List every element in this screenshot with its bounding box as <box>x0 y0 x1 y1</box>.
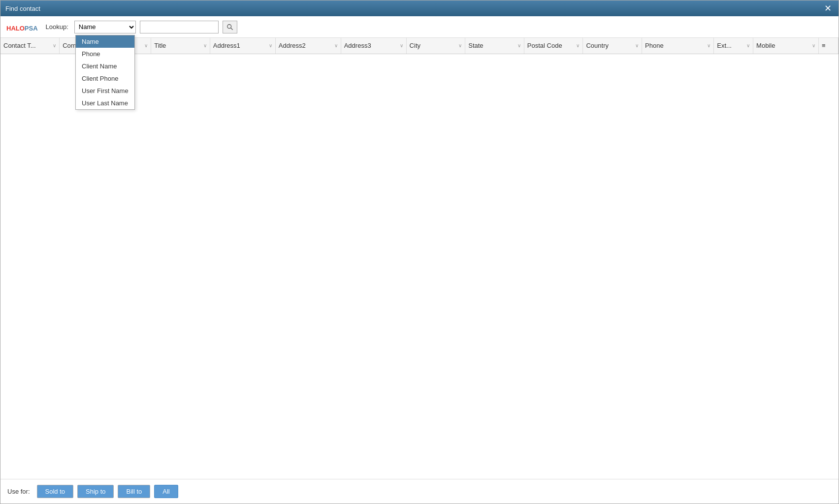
lookup-label: Lookup: <box>46 23 68 31</box>
toolbar: HALOPSA Lookup: Name Phone Client Name C… <box>0 16 839 38</box>
ship-to-button[interactable]: Ship to <box>77 485 114 498</box>
window-title: Find contact <box>5 5 40 12</box>
col-header-address3[interactable]: Address3 ∨ <box>341 38 406 54</box>
search-button[interactable] <box>223 21 237 33</box>
col-header-phone[interactable]: Phone ∨ <box>642 38 714 54</box>
col-header-address2[interactable]: Address2 ∨ <box>275 38 341 54</box>
dropdown-item-user-last-name[interactable]: User Last Name <box>76 97 134 109</box>
col-header-mobile[interactable]: Mobile ∨ <box>753 38 819 54</box>
col-header-contact-type[interactable]: Contact T... ∨ <box>0 38 60 54</box>
dropdown-item-phone[interactable]: Phone <box>76 48 134 60</box>
find-contact-window: Find contact ✕ HALOPSA Lookup: Name Phon… <box>0 0 839 504</box>
bottom-bar: Use for: Sold to Ship to Bill to All <box>0 479 839 504</box>
col-header-city[interactable]: City ∨ <box>406 38 465 54</box>
col-header-state[interactable]: State ∨ <box>465 38 524 54</box>
col-header-title[interactable]: Title ∨ <box>151 38 210 54</box>
logo-psa: PSA <box>25 25 38 32</box>
col-header-address1[interactable]: Address1 ∨ <box>210 38 275 54</box>
col-header-ext[interactable]: Ext... ∨ <box>714 38 753 54</box>
sold-to-button[interactable]: Sold to <box>37 485 73 498</box>
search-input[interactable] <box>140 21 219 33</box>
bill-to-button[interactable]: Bill to <box>118 485 150 498</box>
col-header-menu[interactable]: ≡ <box>819 38 839 54</box>
col-header-postal-code[interactable]: Postal Code ∨ <box>524 38 583 54</box>
dropdown-item-client-phone[interactable]: Client Phone <box>76 72 134 85</box>
lookup-dropdown: Name Phone Client Name Client Phone User… <box>75 35 135 110</box>
dropdown-item-name[interactable]: Name <box>76 35 134 48</box>
search-icon <box>226 24 233 31</box>
logo: HALOPSA <box>6 21 38 33</box>
dropdown-item-user-first-name[interactable]: User First Name <box>76 85 134 97</box>
dropdown-item-client-name[interactable]: Client Name <box>76 60 134 72</box>
lookup-select[interactable]: Name Phone Client Name Client Phone User… <box>74 21 136 33</box>
all-button[interactable]: All <box>154 485 178 498</box>
logo-halo: HALO <box>6 25 25 32</box>
svg-line-1 <box>231 28 233 30</box>
title-bar: Find contact ✕ <box>0 0 839 16</box>
close-button[interactable]: ✕ <box>822 4 834 13</box>
col-header-country[interactable]: Country ∨ <box>583 38 642 54</box>
use-for-label: Use for: <box>7 488 30 495</box>
